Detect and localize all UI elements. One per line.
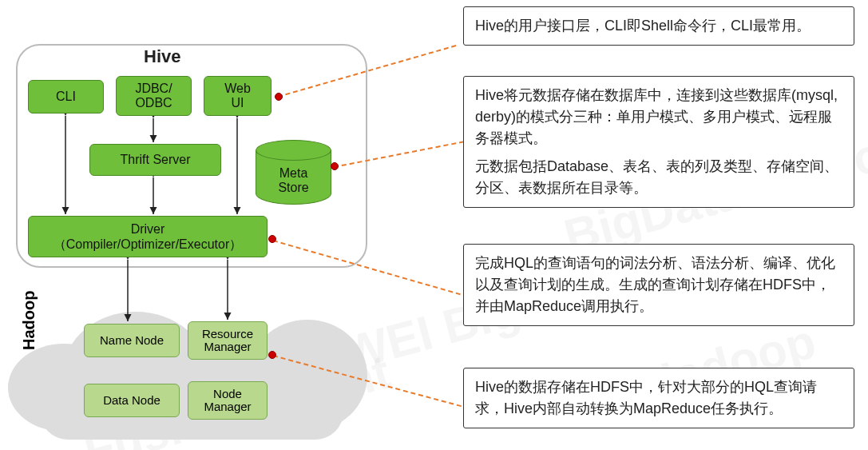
callout-metastore-p2: 元数据包括Database、表名、表的列及类型、存储空间、分区、表数据所在目录等… — [475, 156, 842, 199]
web-ui-box: Web UI — [204, 76, 271, 116]
callout-hadoop: Hive的数据存储在HDFS中，针对大部分的HQL查询请求，Hive内部自动转换… — [463, 368, 854, 428]
connector-dot — [268, 351, 276, 359]
jdbc-odbc-box: JDBC/ ODBC — [116, 76, 192, 116]
callout-metastore-p1: Hive将元数据存储在数据库中，连接到这些数据库(mysql, derby)的模… — [475, 85, 842, 149]
callout-metastore: Hive将元数据存储在数据库中，连接到这些数据库(mysql, derby)的模… — [463, 76, 854, 208]
connector-dot — [268, 235, 276, 243]
datanode-box: Data Node — [84, 384, 180, 417]
nodemanager-box: Node Manager — [188, 381, 268, 420]
connector-dot — [275, 93, 283, 101]
metastore-cylinder: Meta Store — [256, 140, 331, 208]
metastore-label: Meta Store — [256, 166, 331, 194]
resourcemanager-box: Resource Manager — [188, 321, 268, 360]
thrift-server-box: Thrift Server — [89, 144, 221, 176]
callout-cli: Hive的用户接口层，CLI即Shell命令行，CLI最常用。 — [463, 6, 854, 46]
namenode-box: Name Node — [84, 324, 180, 357]
hadoop-label: Hadoop — [20, 291, 38, 350]
callout-driver: 完成HQL的查询语句的词法分析、语法分析、编译、优化以及查询计划的生成。生成的查… — [463, 244, 854, 326]
connector-dot — [331, 162, 339, 170]
hive-title: Hive — [144, 46, 180, 67]
driver-box: Driver （Compiler/Optimizer/Executor） — [28, 216, 268, 257]
cli-box: CLI — [28, 80, 104, 113]
